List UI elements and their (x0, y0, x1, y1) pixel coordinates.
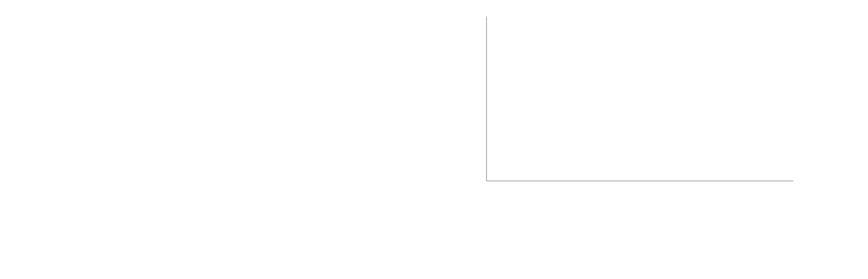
v-y-axis (464, 16, 486, 181)
vertical-chart (464, 16, 793, 184)
horizontal-chart-section (75, 5, 437, 18)
charts-container (9, 5, 859, 274)
v-bars-wrapper (486, 16, 793, 181)
vertical-chart-section (464, 5, 793, 184)
v-chart-area (464, 16, 793, 181)
